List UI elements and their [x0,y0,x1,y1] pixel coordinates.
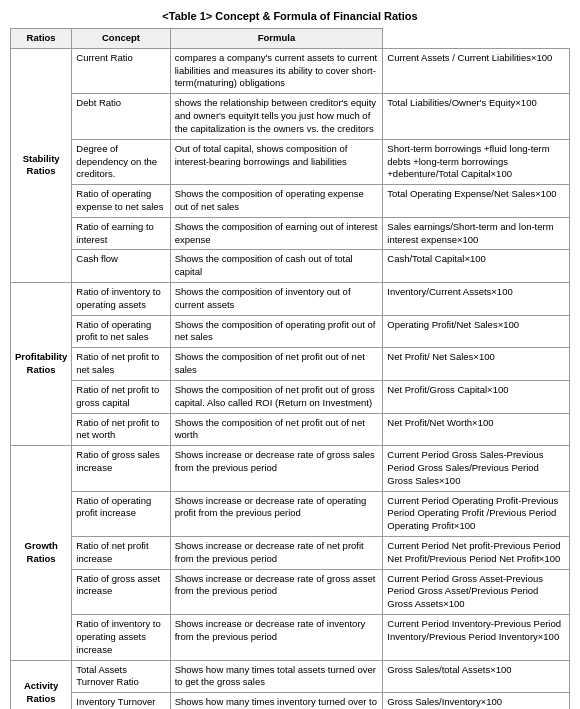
table-row: Cash flowShows the composition of cash o… [11,250,570,283]
col-header-ratios: Ratios [11,29,72,49]
formula-cell: Current Period Gross Asset-Previous Peri… [383,569,570,614]
ratio-name: Ratio of net profit increase [72,537,170,570]
group-label-3: Activity Ratios [11,660,72,709]
concept-cell: compares a company's current assets to c… [170,48,383,93]
ratio-name: Debt Ratio [72,94,170,139]
ratio-name: Ratio of inventory to operating assets i… [72,615,170,660]
ratio-name: Inventory Turnover Ratio [72,693,170,709]
formula-cell: Operating Profit/Net Sales×100 [383,315,570,348]
ratio-name: Ratio of gross asset increase [72,569,170,614]
concept-cell: Shows increase or decrease rate of inven… [170,615,383,660]
formula-cell: Sales earnings/Short-term and lon-term i… [383,217,570,250]
ratio-name: Ratio of net profit to net worth [72,413,170,446]
ratio-name: Cash flow [72,250,170,283]
ratio-name: Ratio of operating profit to net sales [72,315,170,348]
ratio-name: Ratio of earning to interest [72,217,170,250]
table-row: Ratio of net profit increaseShows increa… [11,537,570,570]
col-header-concept: Concept [72,29,170,49]
formula-cell: Current Assets / Current Liabilities×100 [383,48,570,93]
table-row: Activity RatiosTotal Assets Turnover Rat… [11,660,570,693]
table-row: Growth RatiosRatio of gross sales increa… [11,446,570,491]
ratio-name: Degree of dependency on the creditors. [72,139,170,184]
table-row: Ratio of net profit to gross capitalShow… [11,380,570,413]
concept-cell: Shows how many times total assets turned… [170,660,383,693]
formula-cell: Total Operating Expense/Net Sales×100 [383,185,570,218]
group-label-1: Profitability Ratios [11,283,72,446]
formula-cell: Current Period Inventory-Previous Period… [383,615,570,660]
table-row: Stability RatiosCurrent Ratiocompares a … [11,48,570,93]
group-label-0: Stability Ratios [11,48,72,282]
formula-cell: Short-term borrowings +fluid long-term d… [383,139,570,184]
formula-cell: Gross Sales/Inventory×100 [383,693,570,709]
table-row: Ratio of net profit to net salesShows th… [11,348,570,381]
concept-cell: Shows the composition of inventory out o… [170,283,383,316]
ratio-name: Ratio of gross sales increase [72,446,170,491]
table-row: Ratio of earning to interestShows the co… [11,217,570,250]
table-row: Ratio of gross asset increaseShows incre… [11,569,570,614]
concept-cell: Shows increase or decrease rate of net p… [170,537,383,570]
concept-cell: Shows the composition of net profit out … [170,380,383,413]
table-row: Debt Ratioshows the relationship between… [11,94,570,139]
concept-cell: Shows increase or decrease rate of gross… [170,446,383,491]
concept-cell: Shows the composition of earning out of … [170,217,383,250]
concept-cell: Shows how many times inventory turned ov… [170,693,383,709]
table-row: Ratio of operating expense to net salesS… [11,185,570,218]
table-row: Profitability RatiosRatio of inventory t… [11,283,570,316]
concept-cell: Out of total capital, shows composition … [170,139,383,184]
ratio-name: Ratio of operating expense to net sales [72,185,170,218]
table-row: Inventory Turnover RatioShows how many t… [11,693,570,709]
formula-cell: Current Period Operating Profit-Previous… [383,491,570,536]
ratio-name: Ratio of inventory to operating assets [72,283,170,316]
page-title: <Table 1> Concept & Formula of Financial… [10,10,570,22]
formula-cell: Cash/Total Capital×100 [383,250,570,283]
formula-cell: Inventory/Current Assets×100 [383,283,570,316]
table-row: Ratio of operating profit increaseShows … [11,491,570,536]
group-label-2: Growth Ratios [11,446,72,660]
formula-cell: Net Profit/Net Worth×100 [383,413,570,446]
formula-cell: Current Period Gross Sales-Previous Peri… [383,446,570,491]
ratio-name: Ratio of net profit to net sales [72,348,170,381]
ratio-name: Ratio of operating profit increase [72,491,170,536]
formula-cell: Gross Sales/total Assets×100 [383,660,570,693]
table-row: Ratio of net profit to net worthShows th… [11,413,570,446]
ratio-name: Total Assets Turnover Ratio [72,660,170,693]
concept-cell: Shows the composition of operating profi… [170,315,383,348]
table-row: Ratio of operating profit to net salesSh… [11,315,570,348]
formula-cell: Total Liabilities/Owner's Equity×100 [383,94,570,139]
concept-cell: Shows the composition of cash out of tot… [170,250,383,283]
formula-cell: Net Profit/ Net Sales×100 [383,348,570,381]
formula-cell: Net Profit/Gross Capital×100 [383,380,570,413]
concept-cell: Shows the composition of net profit out … [170,348,383,381]
concept-cell: Shows increase or decrease rate of opera… [170,491,383,536]
financial-ratios-table: Ratios Concept Formula Stability RatiosC… [10,28,570,709]
concept-cell: shows the relationship between creditor'… [170,94,383,139]
ratio-name: Ratio of net profit to gross capital [72,380,170,413]
ratio-name: Current Ratio [72,48,170,93]
table-row: Ratio of inventory to operating assets i… [11,615,570,660]
concept-cell: Shows increase or decrease rate of gross… [170,569,383,614]
table-row: Degree of dependency on the creditors.Ou… [11,139,570,184]
concept-cell: Shows the composition of net profit out … [170,413,383,446]
formula-cell: Current Period Net profit-Previous Perio… [383,537,570,570]
col-header-formula: Formula [170,29,383,49]
concept-cell: Shows the composition of operating expen… [170,185,383,218]
